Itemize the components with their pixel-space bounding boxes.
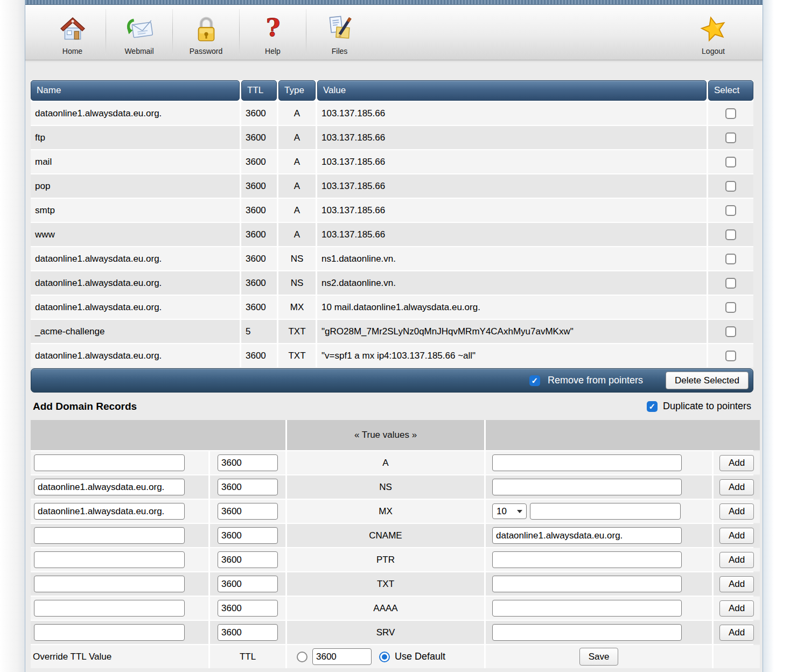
form-add-cell-ns: Add: [714, 475, 760, 499]
record-select-checkbox[interactable]: [725, 108, 736, 119]
toolbar-item-password[interactable]: Password: [173, 5, 239, 60]
record-select-checkbox[interactable]: [725, 326, 736, 337]
record-select-checkbox[interactable]: [725, 157, 736, 167]
value-input-ns[interactable]: [492, 479, 682, 495]
record-select-checkbox[interactable]: [725, 229, 736, 240]
dns-records-table: NameTTLTypeValueSelectdataonline1.always…: [31, 80, 753, 367]
toolbar-item-home[interactable]: Home: [39, 5, 106, 60]
form-value-cell-ns: [486, 475, 712, 499]
form-ttl-cell-srv: [210, 621, 285, 644]
record-type-cell: A: [278, 223, 316, 246]
value-input-cname[interactable]: [492, 527, 682, 544]
override-ttl-input[interactable]: [312, 648, 372, 665]
add-button-mx[interactable]: Add: [719, 503, 754, 520]
record-type-label-ns: NS: [287, 475, 484, 499]
form-name-cell-ptr: [31, 548, 208, 571]
ttl-input-aaaa[interactable]: [218, 600, 278, 617]
record-select-cell: [708, 102, 753, 125]
add-domain-records-header: Add Domain Records ✓ Duplicate to pointe…: [31, 393, 753, 420]
toolbar-item-logout[interactable]: Logout: [680, 5, 746, 60]
record-ttl-cell: 3600: [241, 247, 277, 270]
record-select-checkbox[interactable]: [725, 302, 736, 313]
record-select-cell: [708, 223, 753, 246]
add-button-aaaa[interactable]: Add: [719, 600, 754, 617]
record-select-checkbox[interactable]: [725, 278, 736, 289]
name-input-mx[interactable]: [34, 503, 185, 520]
chevron-down-icon: [517, 510, 522, 513]
form-value-cell-aaaa: [486, 597, 712, 620]
record-value-cell: 103.137.185.66: [317, 102, 707, 125]
name-input-ns[interactable]: [34, 479, 185, 495]
record-ttl-cell: 3600: [241, 199, 277, 222]
remove-from-pointers-checkbox[interactable]: ✓: [529, 375, 540, 386]
add-button-a[interactable]: Add: [719, 455, 754, 471]
value-input-mx[interactable]: [530, 503, 681, 520]
record-select-cell: [708, 320, 753, 343]
record-select-cell: [708, 199, 753, 222]
password-icon: [193, 13, 220, 45]
ttl-input-cname[interactable]: [218, 527, 278, 544]
record-select-checkbox[interactable]: [725, 132, 736, 143]
form-value-cell-mx: 10: [486, 500, 712, 523]
value-input-a[interactable]: [492, 454, 682, 471]
svg-text:?: ?: [265, 14, 280, 42]
record-name-cell: mail: [31, 150, 240, 173]
record-select-checkbox[interactable]: [725, 351, 736, 361]
record-type-label-txt: TXT: [287, 572, 484, 596]
delete-action-bar: ✓ Remove from pointers Delete Selected: [31, 368, 753, 393]
override-ttl-radio[interactable]: [297, 652, 307, 662]
record-name-cell: www: [31, 223, 240, 246]
column-header-name: Name: [31, 80, 240, 101]
name-input-a[interactable]: [34, 454, 185, 471]
record-name-cell: dataonline1.alwaysdata.eu.org.: [31, 296, 240, 319]
value-input-ptr[interactable]: [492, 551, 682, 568]
name-input-ptr[interactable]: [34, 551, 185, 568]
ttl-input-txt[interactable]: [218, 576, 278, 592]
form-add-cell-srv: Add: [714, 621, 760, 644]
record-select-cell: [708, 344, 753, 367]
ttl-input-a[interactable]: [218, 454, 278, 471]
duplicate-to-pointers-checkbox[interactable]: ✓: [647, 401, 658, 412]
form-value-cell-txt: [486, 572, 712, 596]
add-button-ns[interactable]: Add: [719, 479, 754, 495]
form-add-cell-aaaa: Add: [714, 597, 760, 620]
record-type-label-a: A: [287, 451, 484, 474]
use-default-radio[interactable]: [379, 652, 390, 662]
toolbar-item-help[interactable]: ?Help: [240, 5, 306, 60]
record-type-cell: TXT: [278, 320, 316, 343]
name-input-txt[interactable]: [34, 576, 185, 592]
record-select-checkbox[interactable]: [725, 254, 736, 264]
add-button-cname[interactable]: Add: [719, 528, 754, 544]
record-type-cell: A: [278, 126, 316, 149]
toolbar-item-webmail[interactable]: Webmail: [106, 5, 172, 60]
add-button-srv[interactable]: Add: [719, 625, 754, 641]
name-input-cname[interactable]: [34, 527, 185, 544]
save-button[interactable]: Save: [579, 648, 618, 666]
name-input-srv[interactable]: [34, 624, 185, 641]
add-records-form: « True values » AAddNSAddMX10AddCNAMEAdd…: [31, 420, 753, 668]
ttl-input-ns[interactable]: [218, 479, 278, 495]
record-type-label-srv: SRV: [287, 621, 484, 644]
add-button-ptr[interactable]: Add: [719, 552, 754, 568]
form-add-cell-cname: Add: [714, 524, 760, 547]
record-name-cell: dataonline1.alwaysdata.eu.org.: [31, 344, 240, 367]
value-input-srv[interactable]: [492, 624, 682, 641]
name-input-aaaa[interactable]: [34, 600, 185, 617]
record-select-checkbox[interactable]: [725, 181, 736, 192]
record-type-label-cname: CNAME: [287, 524, 484, 547]
delete-selected-button[interactable]: Delete Selected: [666, 372, 749, 389]
record-ttl-cell: 3600: [241, 296, 277, 319]
value-input-txt[interactable]: [492, 576, 682, 592]
toolbar-item-files[interactable]: Files: [306, 5, 373, 60]
ttl-input-ptr[interactable]: [218, 551, 278, 568]
mx-priority-select[interactable]: 10: [492, 503, 527, 519]
add-button-txt[interactable]: Add: [719, 576, 754, 592]
ttl-input-srv[interactable]: [218, 624, 278, 641]
ttl-input-mx[interactable]: [218, 503, 278, 520]
record-ttl-cell: 3600: [241, 271, 277, 295]
record-value-cell: "gRO28M_7Mr2SLyNz0qMnJHqvMRmY4CAxhMyu7av…: [317, 320, 707, 343]
page-left-margin: [0, 0, 25, 672]
record-type-label-aaaa: AAAA: [287, 597, 484, 620]
record-select-checkbox[interactable]: [725, 205, 736, 216]
value-input-aaaa[interactable]: [492, 600, 682, 617]
